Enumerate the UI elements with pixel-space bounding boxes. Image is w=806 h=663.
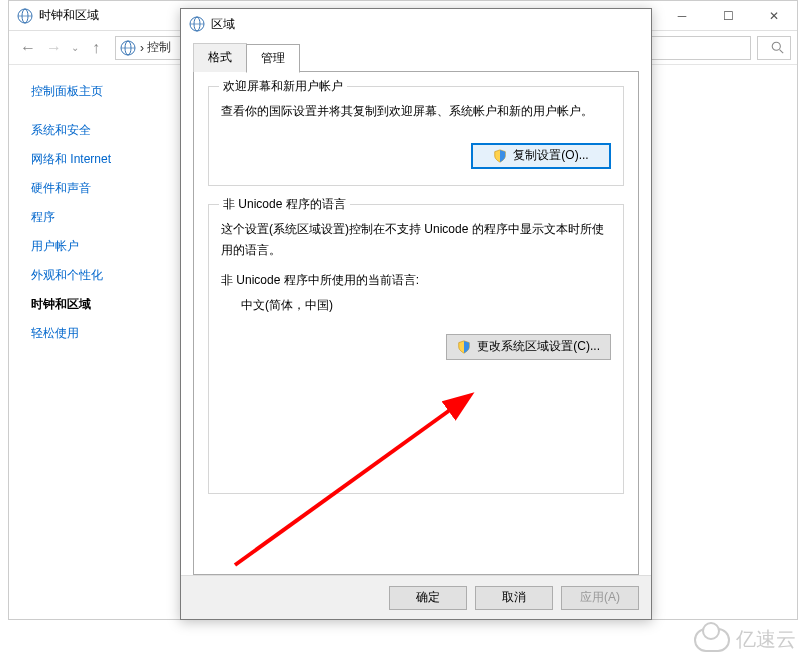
group-non-unicode: 非 Unicode 程序的语言 这个设置(系统区域设置)控制在不支持 Unico… [208, 204, 624, 494]
watermark-text: 亿速云 [736, 626, 796, 653]
svg-point-6 [772, 42, 780, 50]
sidebar-item-network-internet[interactable]: 网络和 Internet [31, 151, 169, 168]
tab-format[interactable]: 格式 [193, 43, 247, 72]
sidebar-item-hardware-sound[interactable]: 硬件和声音 [31, 180, 169, 197]
group-description: 查看你的国际设置并将其复制到欢迎屏幕、系统帐户和新的用户帐户。 [221, 101, 611, 123]
history-dropdown[interactable]: ⌄ [71, 42, 79, 53]
minimize-button[interactable]: ─ [659, 1, 705, 30]
dialog-title: 区域 [211, 16, 235, 33]
sidebar-item-appearance[interactable]: 外观和个性化 [31, 267, 169, 284]
cp-title: 时钟和区域 [39, 7, 99, 24]
watermark: 亿速云 [694, 626, 796, 653]
search-icon [771, 41, 784, 54]
maximize-button[interactable]: ☐ [705, 1, 751, 30]
cancel-button[interactable]: 取消 [475, 586, 553, 610]
sidebar-item-programs[interactable]: 程序 [31, 209, 169, 226]
up-button[interactable]: ↑ [83, 35, 109, 61]
cp-home-link[interactable]: 控制面板主页 [31, 83, 169, 100]
back-button[interactable]: ← [15, 35, 41, 61]
group-legend: 非 Unicode 程序的语言 [219, 196, 350, 213]
shield-icon [457, 340, 471, 354]
current-locale-value: 中文(简体，中国) [241, 297, 611, 314]
apply-button[interactable]: 应用(A) [561, 586, 639, 610]
breadcrumb[interactable]: 控制 [147, 39, 171, 56]
dialog-titlebar: 区域 [181, 9, 651, 39]
svg-line-7 [780, 50, 784, 54]
group-welcome-screen: 欢迎屏幕和新用户帐户 查看你的国际设置并将其复制到欢迎屏幕、系统帐户和新的用户帐… [208, 86, 624, 186]
close-button[interactable]: ✕ [751, 1, 797, 30]
tab-strip: 格式 管理 [193, 43, 639, 72]
dialog-footer: 确定 取消 应用(A) [181, 575, 651, 619]
globe-icon [189, 16, 205, 32]
sidebar-item-user-accounts[interactable]: 用户帐户 [31, 238, 169, 255]
button-label: 更改系统区域设置(C)... [477, 338, 600, 355]
breadcrumb-sep: › [140, 41, 147, 55]
shield-icon [493, 149, 507, 163]
cloud-icon [694, 628, 730, 652]
forward-button[interactable]: → [41, 35, 67, 61]
search-box[interactable] [757, 36, 791, 60]
group-description: 这个设置(系统区域设置)控制在不支持 Unicode 的程序中显示文本时所使用的… [221, 219, 611, 262]
button-label: 复制设置(O)... [513, 147, 588, 164]
cp-sidebar: 控制面板主页 系统和安全 网络和 Internet 硬件和声音 程序 用户帐户 … [9, 65, 179, 619]
sidebar-item-ease-of-access[interactable]: 轻松使用 [31, 325, 169, 342]
globe-icon [120, 40, 136, 56]
change-system-locale-button[interactable]: 更改系统区域设置(C)... [446, 334, 611, 360]
ok-button[interactable]: 确定 [389, 586, 467, 610]
sidebar-item-system-security[interactable]: 系统和安全 [31, 122, 169, 139]
group-legend: 欢迎屏幕和新用户帐户 [219, 78, 347, 95]
tab-panel-admin: 欢迎屏幕和新用户帐户 查看你的国际设置并将其复制到欢迎屏幕、系统帐户和新的用户帐… [193, 71, 639, 575]
tab-admin[interactable]: 管理 [246, 44, 300, 73]
copy-settings-button[interactable]: 复制设置(O)... [471, 143, 611, 169]
sidebar-item-clock-region[interactable]: 时钟和区域 [31, 296, 169, 313]
globe-icon [17, 8, 33, 24]
region-dialog: 区域 格式 管理 欢迎屏幕和新用户帐户 查看你的国际设置并将其复制到欢迎屏幕、系… [180, 8, 652, 620]
current-locale-label: 非 Unicode 程序中所使用的当前语言: [221, 272, 611, 289]
